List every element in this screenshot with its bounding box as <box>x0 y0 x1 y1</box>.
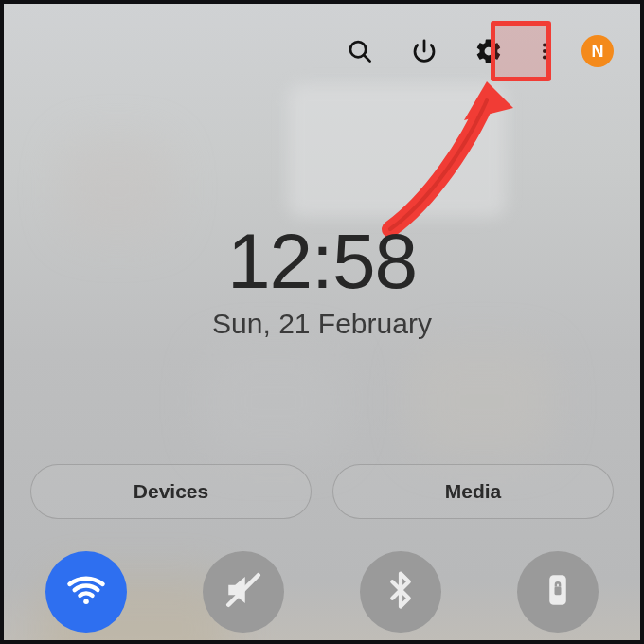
svg-point-4 <box>543 55 546 59</box>
svg-point-3 <box>543 49 546 53</box>
quick-toggle-wifi[interactable] <box>45 551 127 633</box>
more-menu-icon[interactable] <box>534 32 555 70</box>
quick-toggle-mute[interactable] <box>203 551 284 633</box>
power-icon[interactable] <box>405 32 443 70</box>
quick-toggle-rotation-lock[interactable] <box>517 551 599 633</box>
search-icon[interactable] <box>341 32 379 70</box>
svg-rect-9 <box>555 587 562 596</box>
svg-line-1 <box>364 55 370 62</box>
quick-toggle-bluetooth[interactable] <box>360 551 441 633</box>
output-chips-row: Devices Media <box>30 464 614 519</box>
svg-point-6 <box>83 599 89 604</box>
media-chip[interactable]: Media <box>332 464 614 519</box>
wallpaper-blur <box>288 84 506 217</box>
mute-icon <box>224 570 263 614</box>
wallpaper-blur <box>203 345 345 458</box>
quick-settings-row <box>45 551 599 633</box>
clock-time: 12:58 <box>4 217 640 306</box>
bluetooth-icon <box>381 570 420 614</box>
clock-widget: 12:58 Sun, 21 February <box>4 217 640 340</box>
settings-gear-icon[interactable] <box>470 32 508 70</box>
wallpaper-blur <box>411 345 553 458</box>
svg-point-2 <box>543 44 546 47</box>
clock-date: Sun, 21 February <box>4 308 640 340</box>
top-toolbar: N <box>341 32 614 70</box>
wifi-icon <box>66 570 106 614</box>
devices-chip[interactable]: Devices <box>30 464 312 519</box>
profile-avatar[interactable]: N <box>581 35 614 67</box>
rotation-lock-icon <box>538 570 578 614</box>
